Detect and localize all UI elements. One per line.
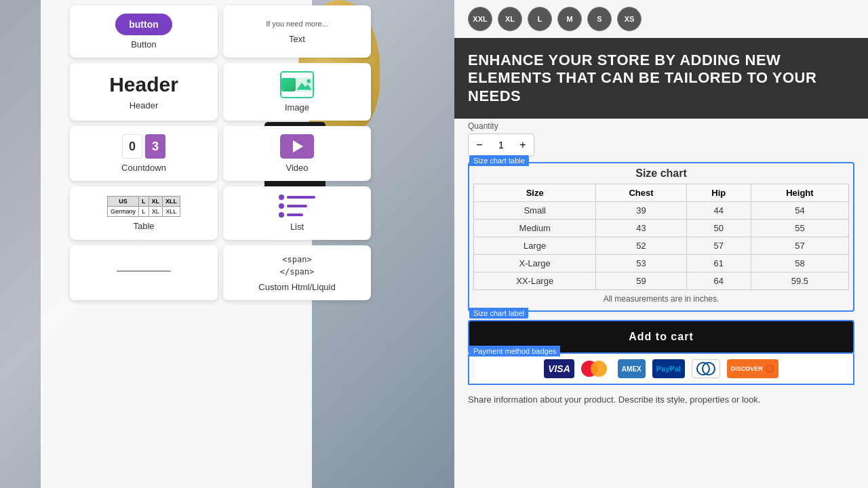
col-hip: Hip: [686, 184, 751, 202]
payment-section: Payment method badges VISA AMEX PayPal D…: [468, 354, 854, 385]
size-s[interactable]: S: [587, 7, 612, 31]
svg-point-2: [307, 79, 311, 83]
col-size: Size: [474, 184, 596, 202]
countdown-digit-1: 3: [145, 134, 165, 159]
quantity-decrease[interactable]: −: [469, 134, 490, 156]
description-text: Share information about your product. De…: [468, 394, 760, 405]
mastercard-badge: [581, 359, 611, 378]
chart-title: Size chart: [473, 167, 849, 180]
promo-banner: ENHANCE YOUR STORE BY ADDING NEW ELEMENT…: [454, 38, 868, 119]
card-list[interactable]: List: [223, 186, 371, 240]
size-l[interactable]: L: [528, 7, 552, 31]
cell-chest: 53: [596, 255, 686, 272]
header-card-text: Header: [109, 73, 178, 96]
quantity-increase[interactable]: +: [512, 134, 534, 156]
card-countdown-label: Countdown: [121, 163, 166, 173]
cell-hip: 64: [686, 272, 751, 290]
card-custom-html[interactable]: <span></span> Custom Html/Liquid: [223, 245, 371, 300]
cell-height: 54: [751, 202, 848, 220]
size-chart-label-badge: Size chart label: [469, 308, 528, 319]
card-countdown[interactable]: 0 3 Countdown: [70, 126, 218, 181]
element-cards-grid: button Button If you need more... Text H…: [64, 0, 376, 306]
custom-html-content: <span></span>: [280, 253, 315, 278]
video-icon: [280, 134, 314, 159]
col-chest: Chest: [596, 184, 686, 202]
table-preview: US L XL XLL Germany L XL XLL: [107, 196, 180, 217]
cell-height: 58: [751, 255, 848, 272]
card-table[interactable]: US L XL XLL Germany L XL XLL Table: [70, 186, 218, 240]
cell-height: 59.5: [751, 272, 848, 290]
size-xxl[interactable]: XXL: [468, 7, 492, 31]
cell-height: 57: [751, 237, 848, 255]
cell-hip: 57: [686, 237, 751, 255]
quantity-label: Quantity: [468, 121, 854, 131]
card-text[interactable]: If you need more... Text: [223, 5, 371, 58]
chart-table: Size Chest Hip Height Small 39 44 54 Med…: [473, 184, 849, 290]
card-image-label: Image: [285, 102, 309, 113]
card-header[interactable]: Header Header: [70, 63, 218, 121]
cell-hip: 50: [686, 220, 751, 237]
size-selector: XXL XL L M S XS: [454, 0, 868, 38]
cell-hip: 61: [686, 255, 751, 272]
visa-badge: VISA: [544, 359, 574, 378]
discover-badge: DISCOVER: [727, 359, 778, 378]
size-chart-section: Size chart table Size chart Size Chest H…: [468, 162, 854, 312]
payment-method-label: Payment method badges: [469, 346, 560, 357]
card-video-label: Video: [285, 163, 308, 173]
card-table-label: Table: [133, 221, 154, 231]
card-button-label: Button: [131, 39, 157, 49]
cell-hip: 44: [686, 202, 751, 220]
cell-size: X-Large: [474, 255, 596, 272]
mc-circle-orange: [591, 361, 607, 377]
chart-note: All measurements are in inches.: [473, 294, 849, 306]
divider-line: [117, 270, 171, 272]
table-row: X-Large 53 61 58: [474, 255, 849, 272]
size-xl[interactable]: XL: [498, 7, 522, 31]
table-row: Large 52 57 57: [474, 237, 849, 255]
play-icon: [293, 140, 303, 152]
text-card-content: If you need more...: [266, 19, 328, 29]
list-icon: [279, 195, 315, 218]
card-button[interactable]: button Button: [70, 5, 218, 58]
diners-badge: [692, 359, 720, 378]
cell-chest: 39: [596, 202, 686, 220]
promo-title: ENHANCE YOUR STORE BY ADDING NEW ELEMENT…: [468, 52, 854, 105]
cell-size: Large: [474, 237, 596, 255]
description-section: Share information about your product. De…: [454, 385, 868, 415]
card-custom-html-label: Custom Html/Liquid: [258, 282, 335, 292]
countdown-digit-0: 0: [122, 134, 142, 159]
card-divider[interactable]: [70, 245, 218, 300]
size-chart-inner: Size chart Size Chest Hip Height Small 3…: [469, 163, 853, 310]
cell-size: Small: [474, 202, 596, 220]
countdown-display: 0 3: [122, 134, 165, 159]
quantity-value: 1: [490, 140, 512, 150]
size-chart-table-label: Size chart table: [469, 155, 529, 166]
col-height: Height: [751, 184, 848, 202]
size-m[interactable]: M: [557, 7, 582, 31]
table-row: Medium 43 50 55: [474, 220, 849, 237]
amex-badge: AMEX: [618, 359, 646, 378]
card-text-label: Text: [289, 34, 305, 44]
quantity-control: − 1 +: [468, 134, 534, 157]
cell-chest: 59: [596, 272, 686, 290]
cell-size: XX-Large: [474, 272, 596, 290]
payment-badges: VISA AMEX PayPal DISCOVER: [469, 354, 853, 384]
paypal-badge: PayPal: [652, 359, 685, 378]
cell-height: 55: [751, 220, 848, 237]
image-icon: [280, 71, 314, 98]
left-panel: button Button If you need more... Text H…: [0, 0, 454, 488]
cell-size: Medium: [474, 220, 596, 237]
card-video[interactable]: Video: [223, 126, 371, 181]
table-row: XX-Large 59 64 59.5: [474, 272, 849, 290]
table-row: Small 39 44 54: [474, 202, 849, 220]
right-panel: XXL XL L M S XS ENHANCE YOUR STORE BY AD…: [454, 0, 868, 488]
card-list-label: List: [290, 222, 304, 232]
card-header-label: Header: [130, 100, 159, 110]
buy-now-button[interactable]: button: [115, 14, 172, 35]
cell-chest: 43: [596, 220, 686, 237]
card-image[interactable]: Image: [223, 63, 371, 121]
size-xs[interactable]: XS: [617, 7, 642, 31]
cell-chest: 52: [596, 237, 686, 255]
